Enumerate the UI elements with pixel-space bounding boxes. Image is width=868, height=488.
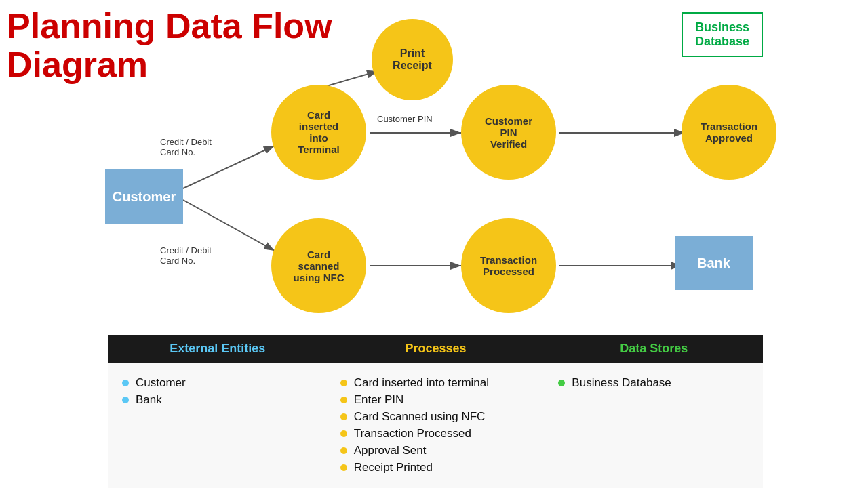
legend-item-bank: Bank	[122, 393, 313, 407]
card-nfc-process: Cardscannedusing NFC	[271, 218, 366, 313]
business-database-box: BusinessDatabase	[682, 12, 763, 57]
legend-body: Customer Bank Card inserted into termina…	[108, 363, 763, 488]
legend-item-customer: Customer	[122, 376, 313, 390]
bullet-card-nfc	[340, 413, 347, 420]
legend-item-business-db: Business Database	[558, 376, 749, 390]
legend-header: External Entities Processes Data Stores	[108, 335, 763, 363]
legend-item-receipt-printed: Receipt Printed	[340, 461, 532, 474]
customer-pin-label: Customer PIN	[377, 114, 433, 124]
bullet-card-terminal	[340, 380, 347, 386]
customer-entity: Customer	[105, 169, 183, 224]
legend-item-enter-pin: Enter PIN	[340, 393, 532, 407]
pin-verified-process: CustomerPINVerified	[461, 85, 556, 180]
legend-header-external: External Entities	[108, 335, 327, 363]
transaction-processed-process: TransactionProcessed	[461, 218, 556, 313]
bullet-customer	[122, 380, 129, 386]
transaction-approved-process: TransactionApproved	[682, 85, 776, 180]
legend-header-processes: Processes	[327, 335, 545, 363]
legend-item-txn-processed: Transaction Processed	[340, 427, 532, 441]
bullet-receipt-printed	[340, 464, 347, 471]
bullet-bank	[122, 396, 129, 403]
legend-item-approval-sent: Approval Sent	[340, 444, 532, 458]
legend-header-datastores: Data Stores	[545, 335, 763, 363]
legend-col-external: Customer Bank	[108, 369, 327, 481]
card-inserted-process: CardinsertedintoTerminal	[271, 85, 366, 180]
print-receipt-process: PrintReceipt	[372, 19, 453, 100]
legend-item-card-terminal: Card inserted into terminal	[340, 376, 532, 390]
svg-line-4	[324, 71, 378, 87]
legend-table: External Entities Processes Data Stores …	[108, 335, 763, 488]
page-title: Planning Data Flow Diagram	[7, 7, 332, 84]
bank-entity: Bank	[675, 236, 753, 290]
legend-item-card-nfc: Card Scanned using NFC	[340, 410, 532, 424]
credit-bottom-label: Credit / DebitCard No.	[160, 245, 212, 266]
bullet-approval-sent	[340, 447, 347, 454]
legend-col-datastores: Business Database	[545, 369, 763, 481]
bullet-enter-pin	[340, 396, 347, 403]
svg-line-2	[183, 200, 275, 251]
bullet-business-db	[558, 380, 565, 386]
legend-col-processes: Card inserted into terminal Enter PIN Ca…	[327, 369, 545, 481]
bullet-txn-processed	[340, 430, 347, 437]
credit-top-label: Credit / DebitCard No.	[160, 137, 212, 157]
